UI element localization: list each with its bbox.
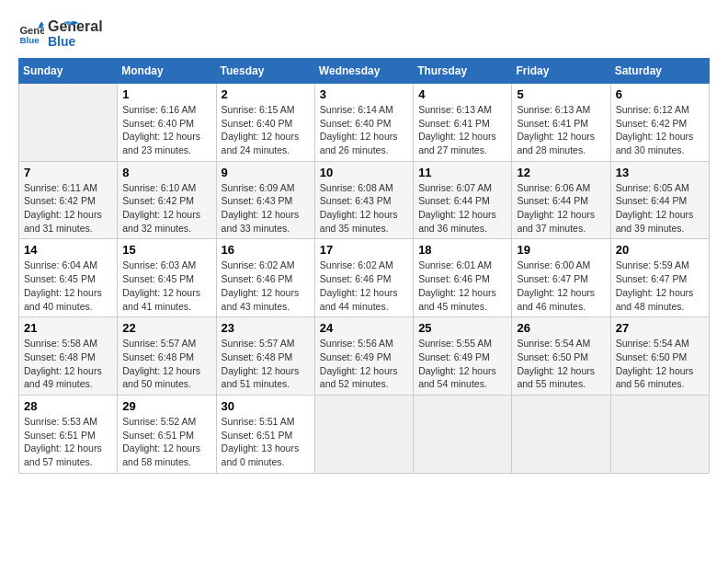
day-info: Sunrise: 6:05 AMSunset: 6:44 PMDaylight:… (616, 181, 704, 236)
calendar-cell: 12Sunrise: 6:06 AMSunset: 6:44 PMDayligh… (512, 161, 610, 239)
day-info: Sunrise: 5:52 AMSunset: 6:51 PMDaylight:… (122, 415, 210, 469)
day-number: 28 (24, 399, 112, 413)
day-number: 26 (517, 321, 605, 335)
day-info: Sunrise: 6:07 AMSunset: 6:44 PMDaylight:… (418, 181, 506, 236)
day-number: 2 (222, 87, 310, 101)
calendar-cell: 24Sunrise: 5:56 AMSunset: 6:49 PMDayligh… (314, 317, 413, 396)
day-info: Sunrise: 6:08 AMSunset: 6:43 PMDaylight:… (320, 181, 408, 236)
day-info: Sunrise: 6:01 AMSunset: 6:46 PMDaylight:… (418, 259, 506, 313)
weekday-header-row: SundayMondayTuesdayWednesdayThursdayFrid… (19, 58, 710, 83)
day-info: Sunrise: 6:15 AMSunset: 6:40 PMDaylight:… (222, 103, 310, 157)
logo-bird-icon (61, 20, 81, 37)
day-number: 20 (616, 243, 704, 257)
day-info: Sunrise: 5:53 AMSunset: 6:51 PMDaylight:… (24, 415, 112, 469)
day-info: Sunrise: 6:13 AMSunset: 6:41 PMDaylight:… (517, 103, 605, 157)
calendar-cell: 19Sunrise: 6:00 AMSunset: 6:47 PMDayligh… (512, 239, 610, 317)
calendar-cell: 17Sunrise: 6:02 AMSunset: 6:46 PMDayligh… (314, 239, 413, 317)
calendar-cell: 7Sunrise: 6:11 AMSunset: 6:42 PMDaylight… (19, 161, 118, 239)
calendar-cell: 2Sunrise: 6:15 AMSunset: 6:40 PMDaylight… (216, 83, 314, 161)
day-number: 1 (122, 87, 210, 101)
calendar-cell: 15Sunrise: 6:03 AMSunset: 6:45 PMDayligh… (118, 239, 216, 317)
calendar-cell: 29Sunrise: 5:52 AMSunset: 6:51 PMDayligh… (118, 395, 216, 473)
day-info: Sunrise: 6:03 AMSunset: 6:45 PMDaylight:… (122, 259, 210, 313)
day-info: Sunrise: 5:54 AMSunset: 6:50 PMDaylight:… (616, 337, 704, 391)
day-info: Sunrise: 5:58 AMSunset: 6:48 PMDaylight:… (24, 337, 112, 391)
day-number: 29 (122, 399, 210, 413)
day-info: Sunrise: 6:06 AMSunset: 6:44 PMDaylight:… (517, 181, 605, 236)
day-number: 10 (320, 166, 408, 179)
calendar-cell: 26Sunrise: 5:54 AMSunset: 6:50 PMDayligh… (512, 317, 610, 396)
day-info: Sunrise: 5:57 AMSunset: 6:48 PMDaylight:… (122, 337, 210, 391)
calendar-cell: 4Sunrise: 6:13 AMSunset: 6:41 PMDaylight… (414, 83, 512, 161)
calendar-cell (414, 395, 512, 473)
calendar-cell: 23Sunrise: 5:57 AMSunset: 6:48 PMDayligh… (216, 317, 314, 396)
week-row-1: 1Sunrise: 6:16 AMSunset: 6:40 PMDaylight… (19, 83, 710, 161)
calendar-cell: 22Sunrise: 5:57 AMSunset: 6:48 PMDayligh… (118, 317, 216, 396)
weekday-header-thursday: Thursday (414, 58, 512, 83)
day-number: 3 (320, 87, 408, 101)
day-info: Sunrise: 6:14 AMSunset: 6:40 PMDaylight:… (320, 103, 408, 157)
weekday-header-friday: Friday (512, 58, 610, 83)
header: General Blue General Blue (18, 18, 710, 49)
weekday-header-sunday: Sunday (19, 58, 118, 83)
calendar-cell: 14Sunrise: 6:04 AMSunset: 6:45 PMDayligh… (19, 239, 118, 317)
calendar-cell: 20Sunrise: 5:59 AMSunset: 6:47 PMDayligh… (610, 239, 709, 317)
calendar-cell: 21Sunrise: 5:58 AMSunset: 6:48 PMDayligh… (19, 317, 118, 396)
day-number: 21 (24, 321, 112, 335)
day-number: 7 (24, 166, 112, 179)
day-number: 14 (24, 243, 112, 257)
day-number: 19 (517, 243, 605, 257)
day-info: Sunrise: 6:02 AMSunset: 6:46 PMDaylight:… (222, 259, 310, 313)
calendar-table: SundayMondayTuesdayWednesdayThursdayFrid… (18, 58, 710, 474)
calendar-cell (610, 395, 709, 473)
day-number: 15 (122, 243, 210, 257)
calendar-cell: 1Sunrise: 6:16 AMSunset: 6:40 PMDaylight… (118, 83, 216, 161)
week-row-2: 7Sunrise: 6:11 AMSunset: 6:42 PMDaylight… (19, 161, 710, 239)
day-info: Sunrise: 5:59 AMSunset: 6:47 PMDaylight:… (616, 259, 704, 313)
calendar-cell (512, 395, 610, 473)
calendar-cell: 5Sunrise: 6:13 AMSunset: 6:41 PMDaylight… (512, 83, 610, 161)
day-number: 25 (418, 321, 506, 335)
week-row-3: 14Sunrise: 6:04 AMSunset: 6:45 PMDayligh… (19, 239, 710, 317)
calendar-cell: 13Sunrise: 6:05 AMSunset: 6:44 PMDayligh… (610, 161, 709, 239)
day-info: Sunrise: 6:12 AMSunset: 6:42 PMDaylight:… (616, 103, 704, 157)
weekday-header-saturday: Saturday (610, 58, 709, 83)
calendar-cell: 9Sunrise: 6:09 AMSunset: 6:43 PMDaylight… (216, 161, 314, 239)
day-number: 23 (222, 321, 310, 335)
day-info: Sunrise: 6:10 AMSunset: 6:42 PMDaylight:… (122, 181, 210, 236)
day-info: Sunrise: 6:02 AMSunset: 6:46 PMDaylight:… (320, 259, 408, 313)
day-number: 30 (222, 399, 310, 413)
calendar-cell: 10Sunrise: 6:08 AMSunset: 6:43 PMDayligh… (314, 161, 413, 239)
calendar-cell: 25Sunrise: 5:55 AMSunset: 6:49 PMDayligh… (414, 317, 512, 396)
day-number: 16 (222, 243, 310, 257)
day-info: Sunrise: 5:51 AMSunset: 6:51 PMDaylight:… (222, 415, 310, 469)
day-info: Sunrise: 5:55 AMSunset: 6:49 PMDaylight:… (418, 337, 506, 391)
calendar-cell: 30Sunrise: 5:51 AMSunset: 6:51 PMDayligh… (216, 395, 314, 473)
day-number: 4 (418, 87, 506, 101)
day-number: 6 (616, 87, 704, 101)
svg-text:Blue: Blue (19, 36, 40, 46)
day-number: 18 (418, 243, 506, 257)
day-number: 27 (616, 321, 704, 335)
day-number: 9 (222, 166, 310, 179)
calendar-cell: 28Sunrise: 5:53 AMSunset: 6:51 PMDayligh… (19, 395, 118, 473)
day-number: 11 (418, 166, 506, 179)
calendar-cell: 27Sunrise: 5:54 AMSunset: 6:50 PMDayligh… (610, 317, 709, 396)
day-info: Sunrise: 5:56 AMSunset: 6:49 PMDaylight:… (320, 337, 408, 391)
calendar-cell: 6Sunrise: 6:12 AMSunset: 6:42 PMDaylight… (610, 83, 709, 161)
weekday-header-tuesday: Tuesday (216, 58, 314, 83)
day-number: 12 (517, 166, 605, 179)
day-number: 5 (517, 87, 605, 101)
day-info: Sunrise: 6:11 AMSunset: 6:42 PMDaylight:… (24, 181, 112, 236)
calendar-cell: 18Sunrise: 6:01 AMSunset: 6:46 PMDayligh… (414, 239, 512, 317)
day-number: 22 (122, 321, 210, 335)
weekday-header-monday: Monday (118, 58, 216, 83)
logo: General Blue General Blue (18, 18, 81, 49)
week-row-4: 21Sunrise: 5:58 AMSunset: 6:48 PMDayligh… (19, 317, 710, 396)
day-info: Sunrise: 6:13 AMSunset: 6:41 PMDaylight:… (418, 103, 506, 157)
day-info: Sunrise: 5:54 AMSunset: 6:50 PMDaylight:… (517, 337, 605, 391)
logo-icon: General Blue (18, 20, 44, 46)
day-info: Sunrise: 5:57 AMSunset: 6:48 PMDaylight:… (222, 337, 310, 391)
calendar-cell: 8Sunrise: 6:10 AMSunset: 6:42 PMDaylight… (118, 161, 216, 239)
calendar-cell: 16Sunrise: 6:02 AMSunset: 6:46 PMDayligh… (216, 239, 314, 317)
